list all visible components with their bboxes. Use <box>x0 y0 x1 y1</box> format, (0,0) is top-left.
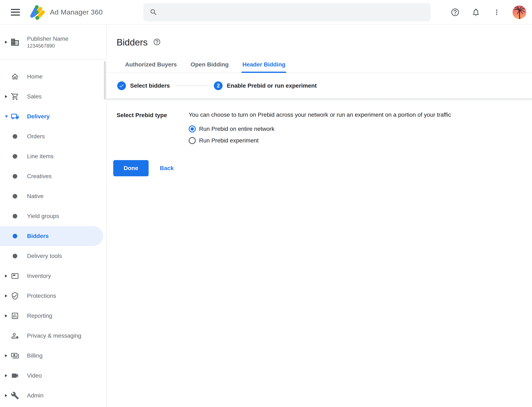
search-icon <box>150 8 158 16</box>
sidebar-item-billing[interactable]: Billing <box>0 346 106 366</box>
help-icon[interactable] <box>450 7 460 17</box>
video-camera-icon <box>11 371 19 380</box>
sidebar-item-privacy-messaging[interactable]: Privacy & messaging <box>0 326 106 346</box>
sidebar-item-label: Line items <box>27 153 54 160</box>
sidebar-item-reporting[interactable]: Reporting <box>0 306 106 326</box>
step-connector-line <box>175 86 209 86</box>
caret-right-icon <box>5 394 7 397</box>
truck-icon <box>11 112 19 121</box>
sidebar-item-label: Sales <box>27 93 41 100</box>
account-id: 1234567890 <box>27 43 68 49</box>
caret-right-icon <box>5 354 7 357</box>
sidebar-item-sales[interactable]: Sales <box>0 86 106 107</box>
radio-option-label: Run Prebid on entire network <box>199 126 274 132</box>
caret-right-icon <box>5 95 7 98</box>
billing-icon <box>11 352 19 360</box>
form-actions: Done Back <box>107 160 532 176</box>
cart-icon <box>11 92 19 101</box>
stepper-divider-shadow <box>107 99 532 101</box>
bullet-icon <box>13 154 17 159</box>
sidebar-item-label: Creatives <box>27 173 52 180</box>
ad-manager-logo <box>27 2 47 22</box>
sidebar-item-protections[interactable]: Protections <box>0 286 106 306</box>
sidebar-item-yield-groups[interactable]: Yield groups <box>0 206 106 226</box>
sidebar-scrollbar[interactable] <box>104 61 106 100</box>
sidebar-item-label: Bidders <box>27 233 49 239</box>
page-help-icon[interactable] <box>153 38 161 47</box>
sidebar-item-video[interactable]: Video <box>0 366 106 386</box>
radio-option-label: Run Prebid experiment <box>199 137 258 144</box>
sidebar-item-inventory[interactable]: Inventory <box>0 266 106 286</box>
sidebar: Publisher Name 1234567890 Home Sales Del… <box>0 25 106 407</box>
sidebar-item-delivery-tools[interactable]: Delivery tools <box>0 246 106 266</box>
sidebar-item-label: Delivery <box>27 113 50 120</box>
tab-open-bidding[interactable]: Open Bidding <box>191 60 229 73</box>
sidebar-item-line-items[interactable]: Line items <box>0 146 106 166</box>
avatar-palm-tree[interactable] <box>512 5 526 19</box>
caret-right-icon <box>5 374 7 377</box>
sidebar-item-label: Inventory <box>27 273 51 279</box>
sidebar-item-label: Orders <box>27 133 45 140</box>
radio-option-entire-network[interactable]: Run Prebid on entire network <box>189 124 532 133</box>
inventory-icon <box>11 272 19 280</box>
sidebar-item-label: Reporting <box>27 313 52 319</box>
sidebar-item-label: Protections <box>27 293 56 299</box>
account-switcher[interactable]: Publisher Name 1234567890 <box>0 25 106 60</box>
bullet-icon <box>13 174 17 179</box>
tab-authorized-buyers[interactable]: Authorized Buyers <box>125 60 177 73</box>
main-content: Bidders Authorized Buyers Open Bidding H… <box>107 25 532 407</box>
sidebar-item-delivery[interactable]: Delivery <box>0 107 106 126</box>
stepper: Select bidders 2 Enable Prebid or run ex… <box>107 73 532 99</box>
caret-down-icon <box>5 116 8 118</box>
topbar: Ad Manager 360 <box>0 0 532 24</box>
back-button[interactable]: Back <box>159 165 175 172</box>
search-input[interactable] <box>162 8 424 16</box>
more-vert-icon[interactable] <box>492 7 502 17</box>
caret-right-icon <box>5 314 7 317</box>
step-2-circle[interactable]: 2 <box>214 81 223 90</box>
account-name: Publisher Name <box>27 35 68 43</box>
sidebar-item-label: Delivery tools <box>27 253 62 259</box>
person-shield-icon <box>11 332 19 340</box>
wrench-icon <box>11 391 19 400</box>
sidebar-item-home[interactable]: Home <box>0 67 106 86</box>
sidebar-item-label: Privacy & messaging <box>27 332 81 339</box>
section-label: Select Prebid type <box>117 111 189 145</box>
sidebar-item-admin[interactable]: Admin <box>0 386 106 406</box>
search-bar[interactable] <box>143 3 431 21</box>
radio-option-experiment[interactable]: Run Prebid experiment <box>189 136 532 145</box>
app-title: Ad Manager 360 <box>50 8 103 16</box>
done-button[interactable]: Done <box>113 160 149 176</box>
step-1-label[interactable]: Select bidders <box>130 82 170 89</box>
sidebar-item-label: Yield groups <box>27 213 59 219</box>
shield-check-icon <box>11 292 19 300</box>
building-icon <box>10 38 20 47</box>
tab-header-bidding[interactable]: Header Bidding <box>242 60 285 73</box>
radio-unselected-icon[interactable] <box>189 137 196 144</box>
tab-bar: Authorized Buyers Open Bidding Header Bi… <box>107 60 532 73</box>
sidebar-item-label: Billing <box>27 352 43 359</box>
radio-selected-icon[interactable] <box>189 125 196 133</box>
sidebar-item-label: Home <box>27 73 43 80</box>
sidebar-item-label: Admin <box>27 392 43 399</box>
caret-right-icon <box>5 294 7 297</box>
bullet-icon <box>13 214 17 219</box>
section-description: You can choose to turn on Prebid across … <box>189 111 532 119</box>
notifications-icon[interactable] <box>471 7 481 17</box>
sidebar-item-native[interactable]: Native <box>0 186 106 206</box>
step-1-completed-circle[interactable] <box>117 81 126 90</box>
bullet-icon <box>13 254 17 258</box>
caret-right-icon <box>5 41 7 44</box>
sidebar-item-bidders[interactable]: Bidders <box>0 226 103 246</box>
page-title: Bidders <box>117 37 147 48</box>
sidebar-nav: Home Sales Delivery Orders Line items Cr… <box>0 60 106 406</box>
bullet-icon <box>13 194 17 198</box>
menu-icon[interactable] <box>11 9 20 16</box>
sidebar-item-creatives[interactable]: Creatives <box>0 166 106 186</box>
bullet-icon <box>13 234 17 238</box>
home-icon <box>11 72 19 81</box>
caret-right-icon <box>5 274 7 277</box>
sidebar-item-orders[interactable]: Orders <box>0 126 106 146</box>
sidebar-item-label: Video <box>27 372 42 379</box>
step-2-label[interactable]: Enable Prebid or run experiment <box>227 82 317 89</box>
